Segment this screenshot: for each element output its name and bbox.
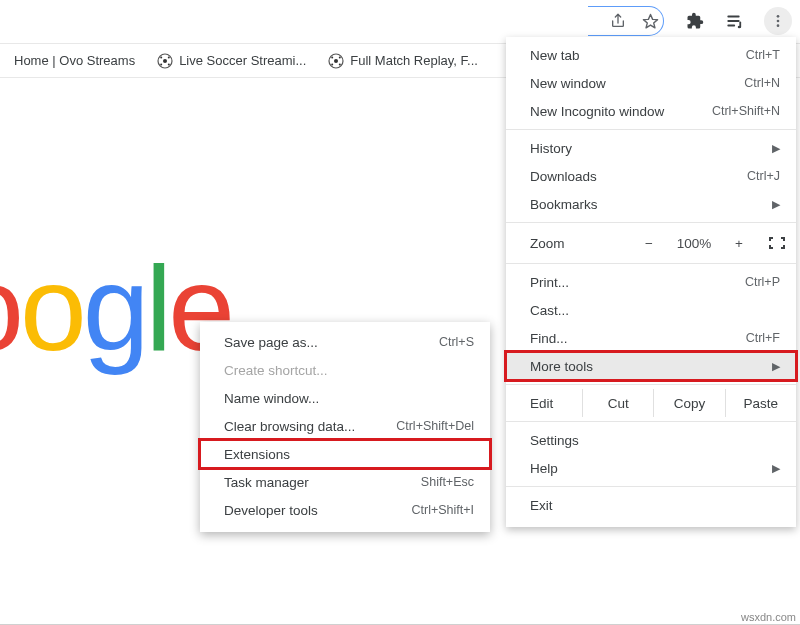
chevron-right-icon: ▶ xyxy=(772,198,780,211)
playlist-icon[interactable] xyxy=(724,10,746,32)
svg-point-6 xyxy=(777,15,780,18)
vertical-dots-icon xyxy=(770,13,786,29)
menu-separator xyxy=(506,263,796,264)
submenu-task-manager[interactable]: Task manager Shift+Esc xyxy=(200,468,490,496)
zoom-in-button[interactable]: + xyxy=(730,236,748,251)
svg-point-20 xyxy=(339,63,341,65)
share-icon[interactable] xyxy=(607,10,629,32)
extensions-puzzle-icon[interactable] xyxy=(684,10,706,32)
menu-separator xyxy=(506,486,796,487)
menu-find[interactable]: Find... Ctrl+F xyxy=(506,324,796,352)
menu-separator xyxy=(506,384,796,385)
edit-copy[interactable]: Copy xyxy=(653,389,724,417)
menu-new-window[interactable]: New window Ctrl+N xyxy=(506,69,796,97)
bookmark-item[interactable]: Home | Ovo Streams xyxy=(14,53,135,68)
menu-history[interactable]: History ▶ xyxy=(506,134,796,162)
submenu-clear-browsing-data[interactable]: Clear browsing data... Ctrl+Shift+Del xyxy=(200,412,490,440)
edit-paste[interactable]: Paste xyxy=(725,389,796,417)
soccer-icon xyxy=(157,53,173,69)
menu-separator xyxy=(506,222,796,223)
chevron-right-icon: ▶ xyxy=(772,462,780,475)
submenu-save-page[interactable]: Save page as... Ctrl+S xyxy=(200,328,490,356)
chrome-main-menu: New tab Ctrl+T New window Ctrl+N New Inc… xyxy=(506,37,796,527)
omnibox-right-edge[interactable] xyxy=(588,6,664,36)
toolbar-right-icons xyxy=(684,6,792,36)
menu-exit[interactable]: Exit xyxy=(506,491,796,519)
menu-help[interactable]: Help ▶ xyxy=(506,454,796,482)
menu-separator xyxy=(506,421,796,422)
menu-zoom-row: Zoom − 100% + xyxy=(506,227,796,259)
svg-point-12 xyxy=(168,56,170,58)
chevron-right-icon: ▶ xyxy=(772,360,780,373)
svg-point-8 xyxy=(777,24,780,27)
menu-edit-row: Edit Cut Copy Paste xyxy=(506,389,796,417)
bookmark-item[interactable]: Live Soccer Streami... xyxy=(157,53,306,69)
fullscreen-icon[interactable] xyxy=(768,236,786,250)
zoom-out-button[interactable]: − xyxy=(640,236,658,251)
submenu-create-shortcut: Create shortcut... xyxy=(200,356,490,384)
svg-point-14 xyxy=(168,63,170,65)
svg-marker-1 xyxy=(643,14,657,27)
submenu-extensions[interactable]: Extensions xyxy=(200,440,490,468)
menu-more-tools[interactable]: More tools ▶ xyxy=(506,352,796,380)
menu-settings[interactable]: Settings xyxy=(506,426,796,454)
google-logo-fragment: Google xyxy=(0,248,231,368)
submenu-name-window[interactable]: Name window... xyxy=(200,384,490,412)
menu-new-tab[interactable]: New tab Ctrl+T xyxy=(506,41,796,69)
star-icon[interactable] xyxy=(639,10,661,32)
svg-point-17 xyxy=(331,56,333,58)
menu-print[interactable]: Print... Ctrl+P xyxy=(506,268,796,296)
zoom-percent: 100% xyxy=(672,236,716,251)
overflow-menu-button[interactable] xyxy=(764,7,792,35)
bookmark-label: Full Match Replay, F... xyxy=(350,53,478,68)
submenu-developer-tools[interactable]: Developer tools Ctrl+Shift+I xyxy=(200,496,490,524)
more-tools-submenu: Save page as... Ctrl+S Create shortcut..… xyxy=(200,322,490,532)
chevron-right-icon: ▶ xyxy=(772,142,780,155)
edit-cut[interactable]: Cut xyxy=(582,389,653,417)
menu-cast[interactable]: Cast... xyxy=(506,296,796,324)
svg-point-16 xyxy=(334,59,338,63)
soccer-icon xyxy=(328,53,344,69)
bookmark-label: Home | Ovo Streams xyxy=(14,53,135,68)
bookmark-item[interactable]: Full Match Replay, F... xyxy=(328,53,478,69)
menu-downloads[interactable]: Downloads Ctrl+J xyxy=(506,162,796,190)
svg-point-19 xyxy=(331,63,333,65)
svg-point-13 xyxy=(160,63,162,65)
bookmark-label: Live Soccer Streami... xyxy=(179,53,306,68)
svg-point-5 xyxy=(738,26,741,29)
watermark-text: wsxdn.com xyxy=(741,611,796,623)
svg-point-18 xyxy=(339,56,341,58)
menu-separator xyxy=(506,129,796,130)
menu-bookmarks[interactable]: Bookmarks ▶ xyxy=(506,190,796,218)
svg-point-11 xyxy=(160,56,162,58)
svg-point-7 xyxy=(777,20,780,23)
svg-point-10 xyxy=(163,59,167,63)
menu-new-incognito[interactable]: New Incognito window Ctrl+Shift+N xyxy=(506,97,796,125)
